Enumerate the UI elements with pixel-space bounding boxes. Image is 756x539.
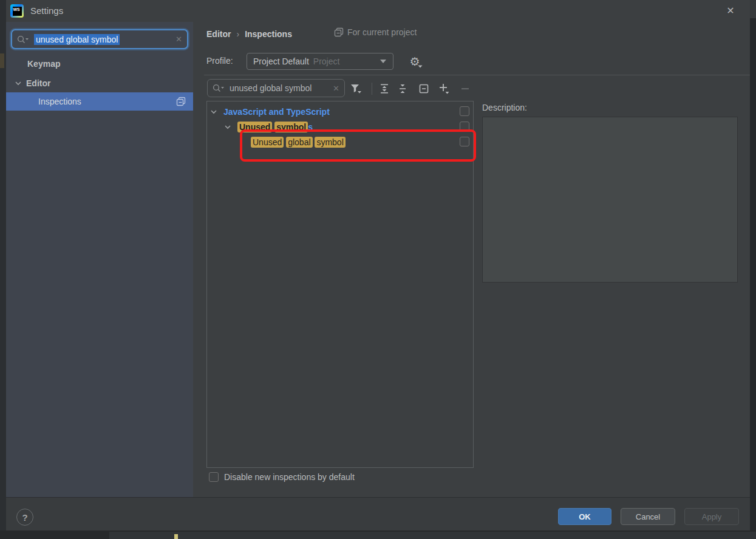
search-match-highlight: Unused bbox=[237, 122, 272, 132]
disable-new-inspections-row: Disable new inspections by default bbox=[209, 472, 355, 482]
titlebar: WS Settings ✕ bbox=[6, 0, 750, 22]
desktop-background: WS Settings ✕ unused global symbol ✕ Key bbox=[0, 0, 756, 539]
taskbar-strip bbox=[0, 530, 756, 539]
profile-value: Project Default bbox=[253, 57, 309, 66]
search-match-highlight: Unused bbox=[251, 137, 284, 148]
settings-dialog: WS Settings ✕ unused global symbol ✕ Key bbox=[6, 0, 750, 530]
sidebar-item-keymap[interactable]: Keymap bbox=[6, 55, 193, 72]
chevron-down-icon[interactable] bbox=[224, 123, 231, 131]
project-settings-icon bbox=[176, 97, 186, 106]
sidebar-item-editor[interactable]: Editor bbox=[6, 75, 193, 91]
description-panel bbox=[482, 117, 738, 283]
webstorm-logo-text: WS bbox=[13, 7, 22, 16]
profile-label: Profile: bbox=[206, 56, 233, 66]
search-input-value: unused global symbol bbox=[230, 83, 312, 93]
filter-inspections-button[interactable] bbox=[349, 81, 363, 96]
taskbar-segment bbox=[109, 532, 756, 539]
expand-all-button[interactable] bbox=[377, 81, 392, 96]
dropdown-arrow-icon bbox=[380, 59, 387, 64]
chevron-down-icon bbox=[418, 65, 423, 68]
clear-search-icon[interactable]: ✕ bbox=[333, 84, 339, 93]
inspections-page: Editor › Inspections For current project… bbox=[193, 22, 750, 497]
breadcrumb-inspections: Inspections bbox=[245, 29, 292, 39]
tree-row-unused-symbols[interactable]: Unused symbols bbox=[207, 119, 473, 134]
divider bbox=[204, 75, 750, 75]
clear-search-icon[interactable]: ✕ bbox=[175, 35, 182, 44]
inspection-enabled-checkbox[interactable] bbox=[460, 106, 469, 116]
tree-node-label: Unused symbols bbox=[237, 122, 313, 132]
plus-icon bbox=[438, 83, 450, 95]
search-input-value: unused global symbol bbox=[34, 34, 120, 45]
chevron-down-icon bbox=[15, 80, 22, 87]
collapse-all-button[interactable] bbox=[395, 81, 410, 96]
tree-node-label: Unused global symbol bbox=[251, 137, 346, 147]
settings-sidebar: unused global symbol ✕ Keymap Editor Ins… bbox=[6, 22, 193, 497]
cancel-button[interactable]: Cancel bbox=[621, 508, 675, 525]
profile-scope: Project bbox=[313, 57, 340, 66]
close-icon[interactable]: ✕ bbox=[724, 4, 737, 16]
question-icon: ? bbox=[22, 512, 27, 523]
tree-row-javascript-and-typescript[interactable]: JavaScript and TypeScript bbox=[207, 104, 473, 119]
description-label: Description: bbox=[482, 103, 527, 112]
background-right-strip bbox=[750, 0, 756, 539]
tree-row-unused-global-symbol[interactable]: Unused global symbol bbox=[207, 134, 473, 149]
sidebar-item-label: Keymap bbox=[27, 59, 60, 69]
webstorm-logo-icon: WS bbox=[10, 4, 24, 18]
toolbar-separator bbox=[372, 83, 372, 95]
add-button[interactable] bbox=[437, 81, 451, 96]
settings-search-input[interactable]: unused global symbol ✕ bbox=[11, 29, 188, 49]
inspection-enabled-checkbox[interactable] bbox=[460, 137, 469, 146]
label-text: JavaScript and TypeScript bbox=[223, 107, 330, 117]
scope-label: For current project bbox=[347, 27, 417, 37]
filter-icon bbox=[350, 83, 362, 94]
sidebar-item-label: Editor bbox=[26, 78, 50, 88]
taskbar-icon-sliver bbox=[174, 534, 178, 539]
ok-button[interactable]: OK bbox=[558, 508, 611, 525]
project-scope-icon bbox=[334, 27, 344, 37]
background-left-strip bbox=[0, 0, 6, 539]
chevron-down-icon[interactable] bbox=[210, 108, 217, 115]
tree-node-label: JavaScript and TypeScript bbox=[223, 107, 330, 117]
inspection-enabled-checkbox[interactable] bbox=[460, 122, 469, 131]
disable-new-inspections-label: Disable new inspections by default bbox=[224, 472, 355, 482]
dialog-footer: ? OK Cancel Apply bbox=[6, 497, 750, 530]
profile-actions-button[interactable]: ⚙ bbox=[406, 53, 424, 70]
window-title: Settings bbox=[30, 5, 63, 16]
minus-icon bbox=[460, 84, 470, 94]
breadcrumb: Editor › Inspections bbox=[206, 28, 292, 40]
search-match-highlight: symbol bbox=[274, 122, 308, 132]
inspections-tree: JavaScript and TypeScriptUnused symbolsU… bbox=[206, 101, 474, 468]
label-text: s bbox=[308, 122, 313, 132]
search-icon bbox=[213, 84, 225, 92]
background-accent bbox=[750, 0, 756, 18]
search-match-highlight: symbol bbox=[315, 137, 345, 148]
help-button[interactable]: ? bbox=[16, 509, 33, 526]
scope-indicator: For current project bbox=[334, 27, 417, 37]
search-match-highlight: global bbox=[286, 137, 312, 148]
search-icon bbox=[17, 35, 29, 44]
breadcrumb-separator-icon: › bbox=[236, 29, 239, 39]
remove-button[interactable] bbox=[458, 81, 472, 96]
collapse-all-icon bbox=[397, 83, 408, 94]
expand-all-icon bbox=[379, 83, 390, 94]
apply-button[interactable]: Apply bbox=[684, 508, 739, 525]
disable-new-inspections-checkbox[interactable] bbox=[209, 472, 219, 482]
sidebar-item-inspections[interactable]: Inspections bbox=[6, 92, 193, 111]
minus-box-icon bbox=[418, 83, 429, 94]
minus-box-button[interactable] bbox=[417, 81, 431, 96]
sidebar-item-label: Inspections bbox=[38, 97, 81, 106]
profile-dropdown[interactable]: Project Default Project bbox=[247, 53, 393, 70]
inspections-search-input[interactable]: unused global symbol ✕ bbox=[207, 79, 345, 97]
background-accent bbox=[0, 53, 4, 68]
breadcrumb-editor[interactable]: Editor bbox=[206, 29, 231, 39]
